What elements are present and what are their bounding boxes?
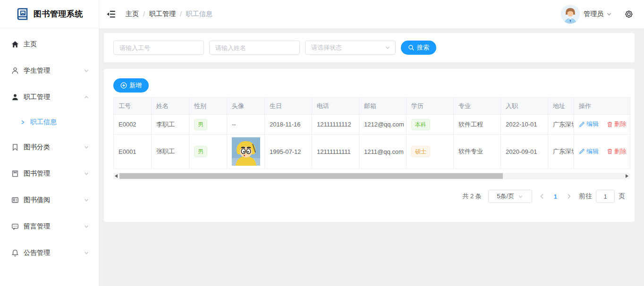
col-header-degree: 学历 <box>407 98 454 115</box>
sidebar-item-label: 图书借阅 <box>24 196 84 204</box>
cell-hiredate: 2022-10-01 <box>501 115 548 135</box>
cell-id: E0001 <box>114 135 152 169</box>
chevron-down-icon <box>518 194 523 199</box>
edit-button[interactable]: 编辑 <box>579 120 599 128</box>
degree-tag: 硕士 <box>411 146 430 157</box>
col-header-gender: 性别 <box>189 98 227 115</box>
app-logo: 图书管理系统 <box>0 0 99 28</box>
delete-button[interactable]: 删除 <box>607 120 627 128</box>
sidebar-item-label: 留言管理 <box>24 222 84 231</box>
chevron-down-icon <box>84 250 89 256</box>
col-header-actions: 操作 <box>574 98 630 115</box>
chevron-down-icon <box>84 197 89 203</box>
sidebar-item-book-manage[interactable]: 图书管理 <box>0 160 99 187</box>
search-button[interactable]: 搜索 <box>401 41 436 55</box>
goto-label: 前往 <box>579 192 592 201</box>
scrollbar-thumb[interactable] <box>119 173 503 179</box>
scroll-right-arrow[interactable] <box>624 173 630 179</box>
horizontal-scrollbar[interactable] <box>113 173 630 179</box>
book-icon <box>11 170 19 177</box>
delete-label: 删除 <box>614 147 627 156</box>
sidebar-item-announcements[interactable]: 公告管理 <box>0 240 99 266</box>
chevron-down-icon <box>84 144 89 150</box>
cell-email: 1211@qq.com <box>359 135 407 169</box>
edit-label: 编辑 <box>586 147 599 156</box>
goto-page-input[interactable] <box>596 190 615 203</box>
sidebar-item-staff[interactable]: 职工管理 <box>0 84 99 110</box>
home-icon <box>11 41 19 48</box>
cell-degree: 硕士 <box>407 135 454 169</box>
employee-id-input[interactable] <box>113 41 204 55</box>
cell-actions: 编辑 删除 <box>574 115 630 135</box>
sidebar-item-book-borrow[interactable]: 图书借阅 <box>0 187 99 213</box>
cell-id: E0002 <box>114 115 152 135</box>
content: 请选择状态 搜索 <box>99 28 644 286</box>
delete-trash-icon <box>607 121 613 127</box>
user-avatar[interactable] <box>561 5 580 24</box>
admin-avatar-image <box>561 5 580 24</box>
prev-page-icon[interactable] <box>539 193 545 200</box>
cell-address: 广东深圳 <box>548 135 574 169</box>
chevron-down-icon <box>84 68 89 74</box>
col-header-name: 姓名 <box>152 98 189 115</box>
breadcrumb-separator: / <box>180 10 182 18</box>
status-select[interactable]: 请选择状态 <box>305 41 396 55</box>
bell-icon <box>11 249 19 257</box>
sidebar-item-students[interactable]: 学生管理 <box>0 58 99 84</box>
sidebar-item-home[interactable]: 主页 <box>0 31 99 58</box>
page-navigation: 1 <box>539 193 572 200</box>
sidebar-item-messages[interactable]: 留言管理 <box>0 213 99 240</box>
chevron-down-icon[interactable] <box>606 11 612 17</box>
cell-avatar: -- <box>227 115 265 135</box>
cell-gender: 男 <box>189 115 227 135</box>
edit-button[interactable]: 编辑 <box>579 147 599 156</box>
chevron-down-icon <box>385 45 390 50</box>
breadcrumb-home[interactable]: 主页 <box>126 10 139 18</box>
col-header-avatar: 头像 <box>227 98 265 115</box>
username-label[interactable]: 管理员 <box>584 10 603 18</box>
staff-icon <box>11 93 19 101</box>
delete-trash-icon <box>607 148 613 154</box>
employee-avatar-image <box>232 137 260 166</box>
sidebar-item-label: 职工管理 <box>24 93 84 101</box>
book-logo-icon <box>16 7 30 21</box>
employee-name-input[interactable] <box>209 41 300 55</box>
sidebar-item-book-category[interactable]: 图书分类 <box>0 134 99 160</box>
cell-phone: 12111111111 <box>312 135 359 169</box>
cell-avatar <box>227 135 265 169</box>
scroll-left-arrow[interactable] <box>113 173 119 179</box>
cell-name: 张职工 <box>152 135 189 169</box>
edit-pencil-icon <box>579 121 585 127</box>
next-page-icon[interactable] <box>566 193 572 200</box>
chevron-up-icon <box>84 94 89 100</box>
sidebar-item-label: 学生管理 <box>24 67 84 75</box>
sidebar: 图书管理系统 主页 学生管理 <box>0 0 99 286</box>
breadcrumb-staff-manage[interactable]: 职工管理 <box>149 10 176 18</box>
cell-address: 广东深圳 <box>548 115 574 135</box>
settings-gear-icon[interactable] <box>624 9 634 19</box>
cell-birthday: 2018-11-16 <box>265 115 312 135</box>
breadcrumb-current: 职工信息 <box>186 10 212 18</box>
table-row: E0002 李职工 男 -- 2018-11-16 12111111112 12… <box>114 115 630 135</box>
page-size-select[interactable]: 5条/页 <box>488 190 532 203</box>
delete-button[interactable]: 删除 <box>607 147 627 156</box>
message-icon <box>11 223 19 230</box>
col-header-address: 地址 <box>548 98 574 115</box>
table-panel: 新增 工号 姓名 性别 头像 生日 <box>104 69 635 222</box>
current-page[interactable]: 1 <box>554 193 557 200</box>
table-row: E0001 张职工 男 <box>114 135 630 169</box>
cell-name: 李职工 <box>152 115 189 135</box>
sidebar-fold-icon[interactable] <box>106 9 116 19</box>
sidebar-subitem-staff-info[interactable]: 职工信息 <box>0 110 99 134</box>
col-header-id: 工号 <box>114 98 152 115</box>
bookmark-icon <box>11 143 19 151</box>
page-size-value: 5条/页 <box>497 192 514 201</box>
cell-hiredate: 2020-09-01 <box>501 135 548 169</box>
cell-major: 软件专业 <box>454 135 501 169</box>
col-header-birthday: 生日 <box>265 98 312 115</box>
topbar: 主页 / 职工管理 / 职工信息 <box>99 0 644 28</box>
add-button-label: 新增 <box>129 81 142 90</box>
cell-gender: 男 <box>189 135 227 169</box>
search-icon <box>408 44 415 51</box>
add-button[interactable]: 新增 <box>113 78 149 93</box>
